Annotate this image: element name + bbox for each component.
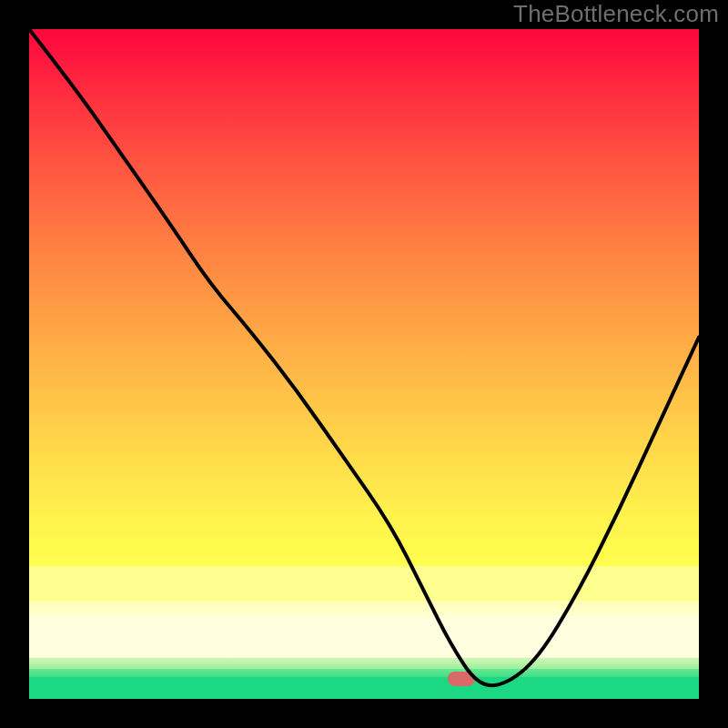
curve-layer: [29, 29, 699, 699]
bottleneck-curve: [29, 29, 699, 685]
watermark-text: TheBottleneck.com: [513, 0, 719, 28]
chart-frame: TheBottleneck.com: [0, 0, 728, 728]
plot-area: [29, 29, 699, 699]
